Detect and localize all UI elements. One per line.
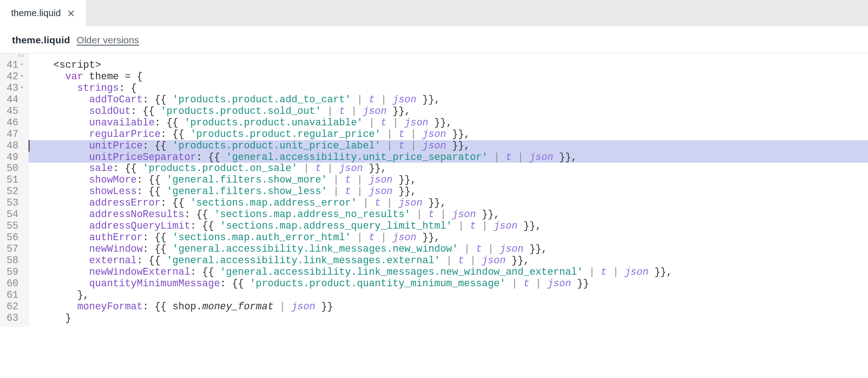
code-line[interactable]: regularPrice: {{ 'products.product.regul… xyxy=(29,129,868,140)
line-number: 53 xyxy=(6,197,18,209)
line-number: 56 xyxy=(6,232,18,243)
tab-bar: theme.liquid xyxy=(0,0,868,26)
gutter-line: 51 xyxy=(3,174,24,186)
line-number: 63 xyxy=(6,313,18,324)
code-line[interactable]: strings: { xyxy=(29,83,868,94)
line-number: 43 xyxy=(6,83,18,94)
code-line[interactable]: soldOut: {{ 'products.product.sold_out' … xyxy=(29,106,868,117)
line-number: 45 xyxy=(6,106,18,117)
line-number: 47 xyxy=(6,129,18,140)
gutter-line: 48 xyxy=(3,140,24,152)
code-line[interactable]: authError: {{ 'sections.map.auth_error_h… xyxy=(29,232,868,243)
gutter-line: 62 xyxy=(3,301,24,313)
line-number: 46 xyxy=(6,117,18,129)
code-line[interactable]: } xyxy=(29,313,868,324)
gutter: 40 41▾42▾43▾4445464748495051525354555657… xyxy=(0,53,29,327)
older-versions-link[interactable]: Older versions xyxy=(77,35,139,46)
line-number: 44 xyxy=(6,94,18,106)
code-line[interactable]: newWindowExternal: {{ 'general.accessibi… xyxy=(29,266,868,278)
fold-caret-icon[interactable]: ▾ xyxy=(19,73,24,79)
line-number: 54 xyxy=(6,209,18,220)
code-line[interactable]: showMore: {{ 'general.filters.show_more'… xyxy=(29,174,868,186)
code-line[interactable]: unavailable: {{ 'products.product.unavai… xyxy=(29,117,868,129)
gutter-line: 49 xyxy=(3,152,24,163)
file-header: theme.liquid Older versions xyxy=(0,26,868,53)
gutter-line: 53 xyxy=(3,197,24,209)
gutter-line: 56 xyxy=(3,232,24,243)
line-number: 48 xyxy=(6,140,18,152)
line-number: 49 xyxy=(6,152,18,163)
code-line[interactable]: showLess: {{ 'general.filters.show_less'… xyxy=(29,186,868,197)
line-number: 57 xyxy=(6,243,18,255)
text-cursor xyxy=(29,140,30,152)
code-content[interactable]: <script> var theme = { strings: { addToC… xyxy=(29,53,868,327)
gutter-ghost-line: 40 xyxy=(18,53,24,59)
code-line[interactable]: var theme = { xyxy=(29,71,868,83)
code-line[interactable]: unitPriceSeparator: {{ 'general.accessib… xyxy=(29,152,868,163)
gutter-line: 46 xyxy=(3,117,24,129)
gutter-line: 44 xyxy=(3,94,24,106)
line-number: 62 xyxy=(6,301,18,313)
gutter-line: 45 xyxy=(3,106,24,117)
line-number: 61 xyxy=(6,289,18,301)
gutter-line: 60 xyxy=(3,278,24,289)
tab-theme-liquid[interactable]: theme.liquid xyxy=(0,0,86,26)
code-line[interactable]: addressNoResults: {{ 'sections.map.addre… xyxy=(29,209,868,220)
gutter-line: 41▾ xyxy=(3,59,24,71)
tab-bar-spacer xyxy=(86,0,868,26)
line-number: 42 xyxy=(6,71,18,83)
code-editor[interactable]: 40 41▾42▾43▾4445464748495051525354555657… xyxy=(0,53,868,327)
gutter-line: 59 xyxy=(3,266,24,278)
line-number: 60 xyxy=(6,278,18,289)
code-line[interactable]: newWindow: {{ 'general.accessibility.lin… xyxy=(29,243,868,255)
line-number: 58 xyxy=(6,255,18,266)
gutter-line: 52 xyxy=(3,186,24,197)
line-number: 51 xyxy=(6,174,18,186)
gutter-line: 42▾ xyxy=(3,71,24,83)
gutter-line: 63 xyxy=(3,313,24,324)
gutter-line: 43▾ xyxy=(3,83,24,94)
tab-label: theme.liquid xyxy=(11,8,61,18)
code-line[interactable]: <script> xyxy=(29,59,868,71)
code-line[interactable]: moneyFormat: {{ shop.money_format | json… xyxy=(29,301,868,313)
code-line[interactable]: quantityMinimumMessage: {{ 'products.pro… xyxy=(29,278,868,289)
gutter-line: 58 xyxy=(3,255,24,266)
line-number: 50 xyxy=(6,163,18,174)
gutter-line: 61 xyxy=(3,289,24,301)
close-icon[interactable] xyxy=(67,10,75,17)
code-line[interactable]: external: {{ 'general.accessibility.link… xyxy=(29,255,868,266)
file-title: theme.liquid xyxy=(12,35,70,46)
gutter-line: 54 xyxy=(3,209,24,220)
line-number: 52 xyxy=(6,186,18,197)
code-line[interactable]: }, xyxy=(29,289,868,301)
line-number: 41 xyxy=(6,59,18,71)
line-number: 55 xyxy=(6,220,18,232)
code-line[interactable]: addressQueryLimit: {{ 'sections.map.addr… xyxy=(29,220,868,232)
code-line[interactable]: unitPrice: {{ 'products.product.unit_pri… xyxy=(29,140,868,152)
gutter-line: 50 xyxy=(3,163,24,174)
code-line[interactable]: addressError: {{ 'sections.map.address_e… xyxy=(29,197,868,209)
code-line[interactable]: sale: {{ 'products.product.on_sale' | t … xyxy=(29,163,868,174)
gutter-line: 55 xyxy=(3,220,24,232)
gutter-line: 57 xyxy=(3,243,24,255)
line-number: 59 xyxy=(6,266,18,278)
fold-caret-icon[interactable]: ▾ xyxy=(19,85,24,91)
fold-caret-icon[interactable]: ▾ xyxy=(19,62,24,68)
gutter-line: 47 xyxy=(3,129,24,140)
code-line[interactable]: addToCart: {{ 'products.product.add_to_c… xyxy=(29,94,868,106)
